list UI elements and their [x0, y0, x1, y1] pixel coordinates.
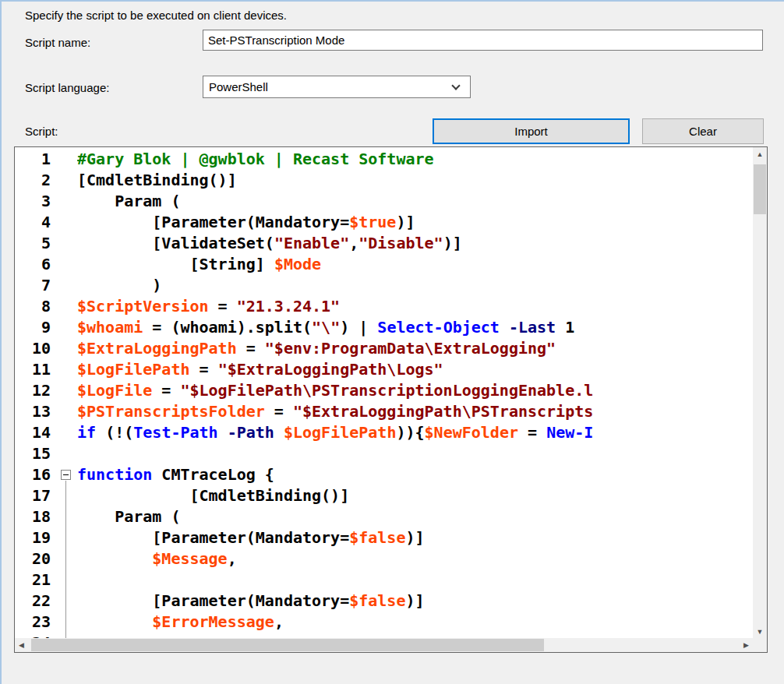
- triangle-up-icon: ▲: [757, 150, 764, 158]
- vertical-scrollbar[interactable]: ▲ ▼: [753, 147, 767, 638]
- line-number: 15: [15, 443, 58, 464]
- code-line: 24: [15, 633, 753, 638]
- code-line: 13$PSTranscriptsFolder = "$ExtraLoggingP…: [15, 401, 753, 422]
- line-number: 2: [15, 170, 58, 191]
- line-number: 19: [15, 527, 58, 548]
- code-text: $Message,: [77, 548, 753, 569]
- line-number: 10: [15, 338, 58, 359]
- code-text: [ValidateSet("Enable","Disable")]: [77, 233, 753, 254]
- create-script-dialog: Specify the script to be executed on cli…: [0, 0, 784, 684]
- code-text: [CmdletBinding()]: [77, 170, 753, 191]
- code-line: 17 [CmdletBinding()]: [15, 485, 753, 506]
- line-number: 14: [15, 422, 58, 443]
- line-number: 4: [15, 212, 58, 233]
- code-text: [77, 633, 753, 638]
- fold-gutter: [58, 527, 77, 548]
- code-text: Param (: [77, 191, 753, 212]
- code-line: 15: [15, 443, 753, 464]
- scroll-down-button[interactable]: ▼: [753, 625, 767, 638]
- line-number: 16: [15, 464, 58, 485]
- scroll-up-button[interactable]: ▲: [753, 147, 767, 160]
- code-text: $PSTranscriptsFolder = "$ExtraLoggingPat…: [77, 401, 753, 422]
- fold-collapse-control[interactable]: [58, 464, 77, 485]
- scrollbar-corner: [753, 638, 767, 652]
- fold-gutter: [58, 212, 77, 233]
- fold-gutter: [58, 569, 77, 591]
- line-number: 21: [15, 569, 58, 591]
- code-text: function CMTraceLog {: [77, 464, 753, 485]
- fold-gutter: [58, 443, 77, 464]
- code-text: #Gary Blok | @gwblok | Recast Software: [77, 149, 753, 170]
- fold-gutter: [58, 380, 77, 401]
- code-editor-area[interactable]: 1#Gary Blok | @gwblok | Recast Software2…: [15, 147, 753, 638]
- code-text: ): [77, 275, 753, 296]
- fold-gutter: [58, 612, 77, 633]
- line-number: 1: [15, 149, 58, 170]
- script-editor: 1#Gary Blok | @gwblok | Recast Software2…: [14, 146, 768, 653]
- fold-gutter: [58, 591, 77, 612]
- horizontal-scrollbar[interactable]: ◀ ▶: [15, 638, 753, 652]
- code-text: $ExtraLoggingPath = "$env:ProgramData\Ex…: [77, 338, 753, 359]
- fold-gutter: [58, 338, 77, 359]
- code-line: 8$ScriptVersion = "21.3.24.1": [15, 296, 753, 317]
- line-number: 17: [15, 485, 58, 506]
- code-text: [Parameter(Mandatory=$false)]: [77, 591, 753, 612]
- fold-gutter: [58, 296, 77, 317]
- code-line: 12$LogFile = "$LogFilePath\PSTranscripti…: [15, 380, 753, 401]
- code-line: 18 Param (: [15, 506, 753, 527]
- code-line: 2[CmdletBinding()]: [15, 170, 753, 191]
- triangle-down-icon: ▼: [757, 628, 764, 636]
- triangle-left-icon: ◀: [19, 641, 24, 649]
- scroll-left-button[interactable]: ◀: [15, 638, 28, 652]
- import-button[interactable]: Import: [433, 118, 630, 144]
- script-label: Script:: [25, 125, 58, 138]
- code-text: [Parameter(Mandatory=$true)]: [77, 212, 753, 233]
- line-number: 8: [15, 296, 58, 317]
- fold-gutter: [58, 633, 77, 638]
- fold-gutter: [58, 506, 77, 527]
- script-name-label: Script name:: [25, 36, 90, 49]
- fold-gutter: [58, 275, 77, 296]
- fold-gutter: [58, 170, 77, 191]
- horizontal-scrollbar-thumb[interactable]: [31, 639, 544, 651]
- code-lines: 1#Gary Blok | @gwblok | Recast Software2…: [15, 149, 753, 638]
- code-line: 11$LogFilePath = "$ExtraLoggingPath\Logs…: [15, 359, 753, 380]
- line-number: 20: [15, 548, 58, 569]
- fold-gutter: [58, 149, 77, 170]
- fold-gutter: [58, 317, 77, 338]
- line-number: 23: [15, 612, 58, 633]
- fold-gutter: [58, 422, 77, 443]
- code-line: 21: [15, 569, 753, 591]
- code-line: 23 $ErrorMessage,: [15, 612, 753, 633]
- script-language-value: PowerShell: [209, 80, 453, 93]
- fold-gutter: [58, 548, 77, 569]
- code-text: $ErrorMessage,: [77, 612, 753, 633]
- fold-gutter: [58, 359, 77, 380]
- line-number: 13: [15, 401, 58, 422]
- code-line: 20 $Message,: [15, 548, 753, 569]
- script-language-label: Script language:: [25, 81, 109, 94]
- fold-gutter: [58, 401, 77, 422]
- scroll-right-button[interactable]: ▶: [740, 638, 753, 652]
- clear-button[interactable]: Clear: [642, 118, 764, 144]
- script-language-select[interactable]: PowerShell: [203, 76, 471, 98]
- collapse-minus-icon[interactable]: [61, 470, 71, 480]
- line-number: 6: [15, 254, 58, 275]
- code-text: [CmdletBinding()]: [77, 485, 753, 506]
- code-line: 19 [Parameter(Mandatory=$false)]: [15, 527, 753, 548]
- line-number: 24: [15, 633, 58, 638]
- code-text: [77, 443, 753, 464]
- code-text: Param (: [77, 506, 753, 527]
- line-number: 3: [15, 191, 58, 212]
- code-line: 10$ExtraLoggingPath = "$env:ProgramData\…: [15, 338, 753, 359]
- code-line: 14if (!(Test-Path -Path $LogFilePath)){$…: [15, 422, 753, 443]
- code-line: 5 [ValidateSet("Enable","Disable")]: [15, 233, 753, 254]
- code-text: if (!(Test-Path -Path $LogFilePath)){$Ne…: [77, 422, 753, 443]
- code-line: 6 [String] $Mode: [15, 254, 753, 275]
- code-line: 22 [Parameter(Mandatory=$false)]: [15, 591, 753, 612]
- line-number: 9: [15, 317, 58, 338]
- code-line: 3 Param (: [15, 191, 753, 212]
- fold-gutter: [58, 485, 77, 506]
- script-name-input[interactable]: [203, 30, 763, 51]
- vertical-scrollbar-thumb[interactable]: [754, 164, 766, 214]
